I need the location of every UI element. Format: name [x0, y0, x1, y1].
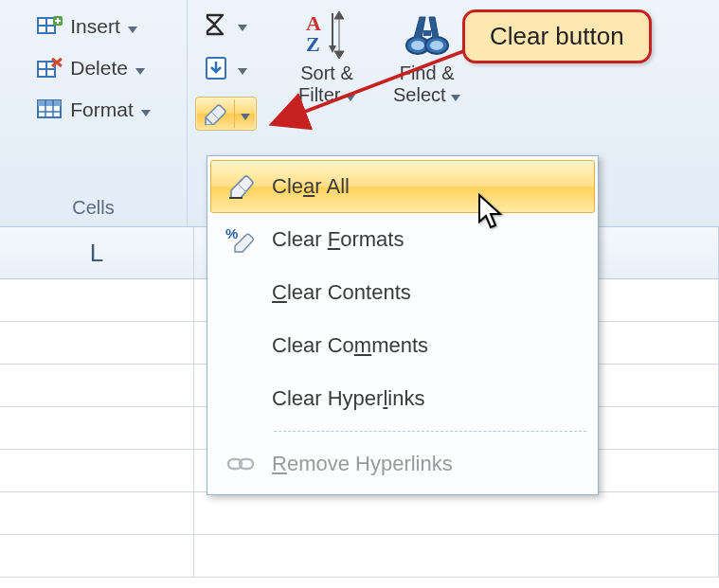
- menu-clear-hyperlinks[interactable]: Clear Hyperlinks: [210, 372, 595, 425]
- format-label: Format: [70, 98, 134, 121]
- menu-clear-formats[interactable]: % Clear Formats: [210, 213, 595, 266]
- eraser-icon: [211, 173, 272, 200]
- menu-remove-hyperlinks: Remove Hyperlinks: [210, 437, 595, 490]
- insert-label: Insert: [70, 15, 120, 38]
- dropdown-arrow-icon: [238, 57, 247, 80]
- fill-down-icon: [202, 54, 230, 82]
- insert-button[interactable]: Insert: [27, 8, 146, 45]
- clear-button[interactable]: [195, 97, 257, 131]
- column-header-l[interactable]: L: [0, 227, 194, 278]
- dropdown-arrow-icon: [135, 57, 145, 80]
- sort-filter-button[interactable]: A Z Sort & Filter: [293, 6, 361, 131]
- sort-az-icon: A Z: [300, 8, 353, 61]
- dropdown-arrow-icon: [128, 15, 137, 38]
- eraser-icon: [200, 99, 228, 128]
- svg-rect-19: [423, 30, 431, 36]
- delete-cells-icon: [36, 54, 64, 82]
- menu-label: Clear Hyperlinks: [272, 386, 424, 411]
- svg-point-17: [411, 41, 424, 50]
- percent-eraser-icon: %: [211, 225, 272, 254]
- dropdown-arrow-icon: [451, 95, 460, 101]
- fill-button[interactable]: [195, 51, 257, 85]
- find-select-button[interactable]: Find & Select: [387, 6, 466, 131]
- dropdown-arrow-icon: [238, 13, 247, 36]
- svg-text:%: %: [225, 225, 238, 241]
- menu-clear-comments[interactable]: Clear Comments: [210, 319, 595, 372]
- find-select-label: Find & Select: [393, 62, 460, 106]
- format-button[interactable]: Format: [27, 91, 159, 129]
- insert-cells-icon: [36, 12, 64, 41]
- menu-label: Clear Comments: [272, 333, 428, 358]
- clear-dropdown-menu: Clear All % Clear Formats Clear Contents…: [207, 155, 599, 495]
- annotation-callout: Clear button: [462, 9, 652, 63]
- menu-separator: [274, 431, 586, 432]
- grid-row[interactable]: [0, 535, 719, 578]
- autosum-icon: [202, 10, 230, 39]
- delete-button[interactable]: Delete: [27, 49, 153, 87]
- group-label-cells: Cells: [72, 193, 114, 224]
- callout-text: Clear button: [490, 22, 624, 50]
- group-cells: Insert Delete: [0, 0, 188, 226]
- svg-rect-8: [38, 100, 61, 106]
- menu-label: Remove Hyperlinks: [272, 452, 453, 476]
- dropdown-arrow-icon: [346, 95, 355, 101]
- menu-clear-contents[interactable]: Clear Contents: [210, 266, 595, 319]
- binoculars-icon: [401, 8, 454, 61]
- menu-label: Clear Formats: [272, 227, 404, 252]
- delete-label: Delete: [70, 57, 128, 80]
- autosum-button[interactable]: [195, 8, 257, 42]
- hyperlink-icon: [211, 454, 272, 474]
- menu-label: Clear All: [272, 174, 350, 199]
- dropdown-arrow-icon: [241, 102, 250, 125]
- menu-clear-all[interactable]: Clear All: [210, 160, 595, 213]
- svg-text:Z: Z: [306, 32, 320, 56]
- format-cells-icon: [36, 96, 64, 124]
- grid-row[interactable]: [0, 492, 719, 535]
- sort-filter-label: Sort & Filter: [298, 62, 355, 106]
- menu-label: Clear Contents: [272, 280, 411, 305]
- svg-point-18: [430, 41, 443, 50]
- dropdown-arrow-icon: [141, 98, 151, 121]
